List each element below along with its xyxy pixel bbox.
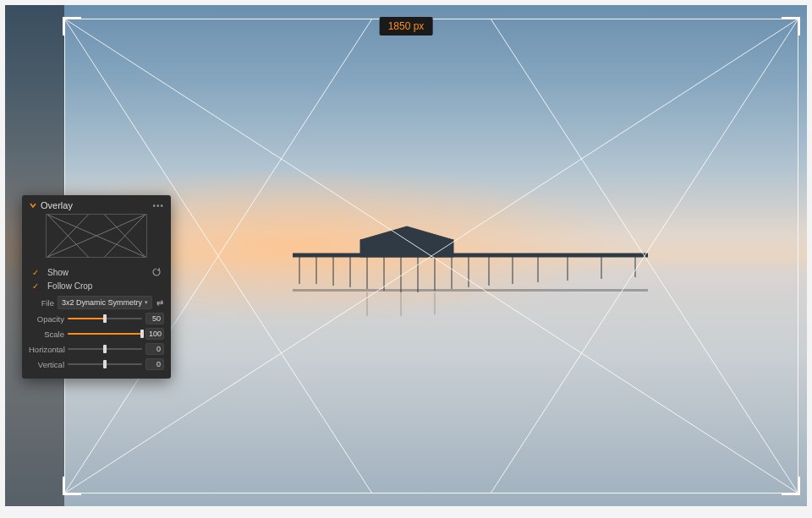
crop-region[interactable]: [64, 19, 798, 493]
crop-width-badge: 1850 px: [380, 17, 433, 35]
overlay-preview: [46, 214, 147, 258]
crop-handle-tl[interactable]: [63, 17, 81, 35]
crop-handle-bl[interactable]: [63, 477, 81, 495]
follow-crop-checkbox-row[interactable]: ✓ Follow Crop: [29, 280, 164, 292]
horizontal-value[interactable]: 0: [145, 343, 164, 355]
overlay-panel[interactable]: Overlay ••• ✓ Show ✓ Follow Crop: [22, 195, 171, 379]
crop-handle-tr[interactable]: [782, 17, 800, 35]
file-field-row: File 3x2 Dynamic Symmetry ▾ ⇄: [29, 296, 164, 309]
show-label: Show: [47, 268, 151, 277]
check-icon: ✓: [32, 268, 42, 277]
overlay-panel-title: Overlay: [41, 200, 152, 210]
reset-icon[interactable]: [151, 266, 162, 278]
opacity-value[interactable]: 50: [145, 313, 164, 324]
check-icon: ✓: [32, 281, 42, 291]
dropdown-arrow-icon: ▾: [145, 299, 148, 306]
show-checkbox-row[interactable]: ✓ Show: [29, 264, 164, 280]
dynamic-symmetry-overlay: [64, 19, 798, 493]
horizontal-label: Horizontal: [29, 345, 64, 354]
panel-menu-icon[interactable]: •••: [152, 201, 164, 210]
file-dropdown-value: 3x2 Dynamic Symmetry: [62, 298, 142, 307]
scale-label: Scale: [29, 330, 64, 339]
swap-orientation-icon[interactable]: ⇄: [156, 298, 164, 308]
overlay-panel-header[interactable]: Overlay •••: [29, 200, 164, 210]
scale-slider[interactable]: [68, 329, 142, 339]
opacity-slider-row: Opacity 50: [29, 313, 164, 324]
file-label: File: [29, 298, 54, 308]
vertical-slider[interactable]: [68, 359, 142, 369]
crop-handle-br[interactable]: [782, 477, 800, 495]
opacity-label: Opacity: [29, 314, 64, 324]
vertical-label: Vertical: [29, 360, 64, 369]
opacity-slider[interactable]: [68, 314, 142, 324]
follow-crop-label: Follow Crop: [47, 281, 162, 291]
file-dropdown[interactable]: 3x2 Dynamic Symmetry ▾: [58, 296, 152, 309]
scale-value[interactable]: 100: [145, 328, 164, 340]
vertical-slider-row: Vertical 0: [29, 358, 164, 370]
vertical-value[interactable]: 0: [145, 358, 164, 370]
horizontal-slider[interactable]: [68, 344, 142, 354]
horizontal-slider-row: Horizontal 0: [29, 343, 164, 355]
editor-viewport: 1850 px Overlay •••: [5, 5, 807, 506]
scale-slider-row: Scale 100: [29, 328, 164, 340]
chevron-down-icon: [29, 201, 37, 210]
